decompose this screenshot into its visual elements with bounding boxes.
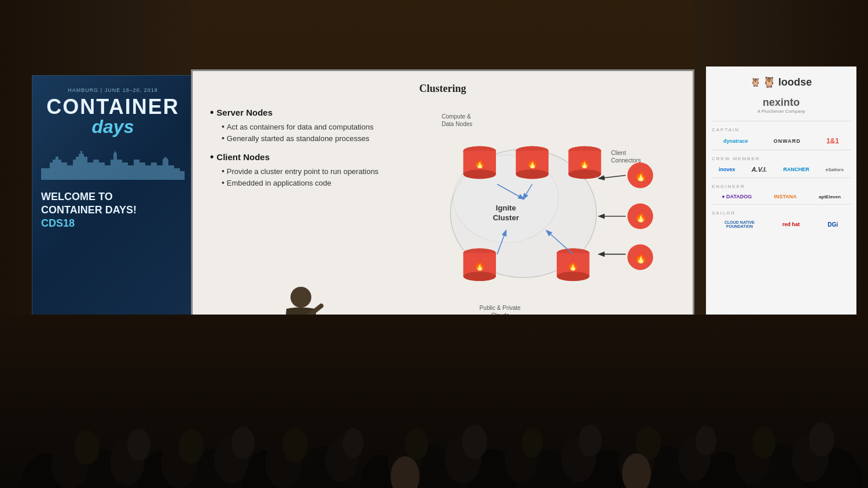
svg-text:Public & Private: Public & Private xyxy=(480,305,521,311)
banner-cds-text: CDS18 xyxy=(41,217,185,230)
svg-point-30 xyxy=(464,146,496,156)
svg-text:Client: Client xyxy=(611,150,626,156)
svg-point-107 xyxy=(522,428,543,458)
sponsor-banner: 🦉 🦉 loodse nexinto A PlusServer Company … xyxy=(706,66,856,344)
sponsor-row-sailor: CLOUD NATIVEFOUNDATION red hat DGi xyxy=(712,220,851,228)
svg-text:🔥: 🔥 xyxy=(474,260,486,272)
sponsor-divider-3 xyxy=(712,178,851,178)
svg-point-111 xyxy=(752,427,775,459)
sponsor-rancher: RANCHER xyxy=(784,167,810,172)
sponsor-inovex: inovex xyxy=(719,167,735,172)
sponsor-instana: INSTANA xyxy=(774,194,796,199)
sponsor-esailors: eSailors xyxy=(826,167,844,172)
svg-point-106 xyxy=(462,424,487,459)
banner-location: HAMBURG | JUNE 18–20, 2018 xyxy=(68,87,157,93)
svg-point-39 xyxy=(568,169,601,179)
svg-text:Connectors: Connectors xyxy=(611,157,641,164)
svg-point-35 xyxy=(516,146,549,156)
sponsor-nexinto-sub: A PlusServer Company xyxy=(757,109,806,114)
svg-text:🔥: 🔥 xyxy=(634,210,648,223)
audience-silhouettes xyxy=(0,315,868,488)
sponsor-cat-engineer: ENGINEER xyxy=(712,183,851,190)
svg-text:🔥: 🔥 xyxy=(527,158,539,169)
banner-skyline xyxy=(41,145,185,180)
svg-text:Compute &: Compute & xyxy=(442,113,471,120)
sponsor-nexinto: nexinto A PlusServer Company xyxy=(712,94,851,116)
svg-text:Ignite: Ignite xyxy=(496,204,516,212)
banner-container-text: CONTAINER xyxy=(46,97,179,117)
slide-title: Clustering xyxy=(210,83,675,95)
svg-point-110 xyxy=(696,426,716,456)
client-nodes-bullet-2: Embedded in applications code xyxy=(210,178,418,187)
svg-point-108 xyxy=(579,424,602,457)
sponsor-divider-1 xyxy=(712,121,851,121)
server-nodes-heading: Server Nodes xyxy=(210,106,418,119)
container-days-banner: HAMBURG | JUNE 18–20, 2018 CONTAINER day… xyxy=(32,75,194,324)
sponsor-onward: ONWARD xyxy=(774,138,801,144)
svg-text:🔥: 🔥 xyxy=(567,260,579,272)
sponsor-divider-2 xyxy=(712,150,851,150)
banner-days-text: days xyxy=(46,117,179,136)
cluster-diagram: Compute & Data Nodes Ignite Cluster xyxy=(430,106,675,326)
svg-text:🔥: 🔥 xyxy=(634,252,648,264)
svg-point-102 xyxy=(231,427,255,459)
svg-point-50 xyxy=(557,249,590,258)
slide-diagram-area: Compute & Data Nodes Ignite Cluster xyxy=(430,106,675,326)
svg-point-49 xyxy=(557,272,590,281)
sponsor-cloudnative: CLOUD NATIVEFOUNDATION xyxy=(724,220,755,228)
sponsor-row-crew: inovex A.V.I. RANCHER eSailors xyxy=(712,166,851,173)
client-nodes-bullet-1: Provide a cluster entry point to run ope… xyxy=(210,167,418,176)
sponsor-avi: A.V.I. xyxy=(752,166,767,173)
sponsor-dynatrace: dynatrace xyxy=(723,138,748,144)
sponsor-cat-captain: CAPTAIN xyxy=(712,126,851,134)
sponsor-nexinto-text: nexinto xyxy=(757,97,806,109)
svg-point-44 xyxy=(464,272,496,281)
sponsor-datadog: ● DATADOG xyxy=(722,194,752,199)
sponsor-cat-crew: CREW MEMBER xyxy=(712,155,851,162)
svg-point-66 xyxy=(290,287,311,308)
svg-point-101 xyxy=(178,429,204,464)
svg-point-29 xyxy=(464,169,496,179)
sponsor-divider-4 xyxy=(712,204,851,205)
svg-point-100 xyxy=(127,428,150,461)
sponsor-cat-sailor: SAILOR xyxy=(712,209,851,217)
svg-text:🔥: 🔥 xyxy=(634,169,648,182)
svg-point-40 xyxy=(568,146,601,156)
svg-text:🔥: 🔥 xyxy=(474,158,486,169)
sponsor-row-captain: dynatrace ONWARD 1&1 xyxy=(712,137,851,145)
svg-point-45 xyxy=(464,249,496,258)
client-nodes-heading: Client Nodes xyxy=(210,151,418,163)
server-nodes-section: Server Nodes Act as containers for data … xyxy=(210,106,418,143)
banner-title: CONTAINER days xyxy=(46,97,179,136)
svg-point-105 xyxy=(405,428,428,460)
sponsor-apteleven: aptEleven xyxy=(819,194,841,199)
svg-text:Data Nodes: Data Nodes xyxy=(442,121,472,127)
svg-text:🔥: 🔥 xyxy=(579,158,591,169)
sponsor-row-engineer: ● DATADOG INSTANA aptEleven xyxy=(712,194,851,199)
client-nodes-section: Client Nodes Provide a cluster entry poi… xyxy=(210,151,418,187)
sponsor-loodse-text: 🦉 loodse xyxy=(763,76,812,88)
sponsor-redhat: red hat xyxy=(782,221,800,227)
sponsor-dgi: DGi xyxy=(827,221,838,228)
svg-point-104 xyxy=(343,428,363,458)
svg-text:Cluster: Cluster xyxy=(493,213,519,222)
svg-point-112 xyxy=(809,422,834,457)
sponsor-1and1: 1&1 xyxy=(826,137,839,145)
sponsor-loodse: 🦉 🦉 loodse xyxy=(712,73,851,91)
svg-point-103 xyxy=(282,428,308,463)
server-nodes-bullet-2: Generally started as standalone processe… xyxy=(210,134,418,143)
svg-point-34 xyxy=(516,169,549,179)
banner-welcome-text: WELCOME TOCONTAINER DAYS! xyxy=(41,190,185,217)
svg-point-99 xyxy=(74,430,100,465)
server-nodes-bullet-1: Act as containers for data and computati… xyxy=(210,122,418,131)
svg-line-54 xyxy=(599,175,626,178)
